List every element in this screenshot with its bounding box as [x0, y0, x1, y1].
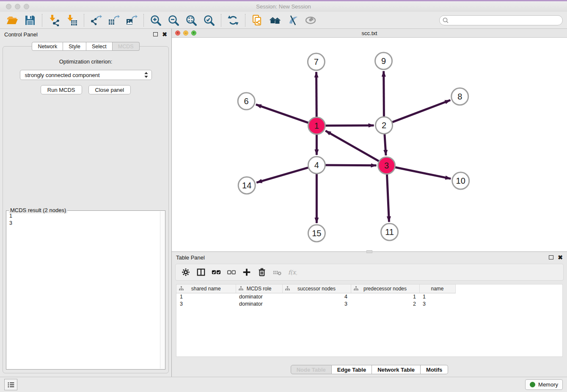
- zoom-in-button[interactable]: [148, 14, 164, 27]
- graph-edge-1-2[interactable]: [325, 125, 374, 126]
- graph-edge-3-10[interactable]: [395, 167, 451, 179]
- graph-node-9[interactable]: 9: [375, 52, 392, 69]
- graph-node-7[interactable]: 7: [308, 53, 325, 70]
- network-minimize-button[interactable]: −: [183, 30, 188, 36]
- graph-edge-3-11[interactable]: [387, 174, 389, 222]
- column-label: shared name: [191, 286, 221, 292]
- tab-mcds[interactable]: MCDS: [113, 42, 140, 51]
- graph-node-14[interactable]: 14: [238, 177, 255, 194]
- hierarchy-icon: [354, 286, 358, 291]
- graph-edge-4-3[interactable]: [325, 165, 376, 166]
- graph-edge-2-3[interactable]: [385, 134, 386, 155]
- table-cell[interactable]: 1: [351, 293, 419, 300]
- table-cell[interactable]: dominator: [236, 293, 282, 300]
- save-session-button[interactable]: [22, 14, 38, 27]
- refresh-layout-button[interactable]: [225, 14, 241, 27]
- column-header-shared-name[interactable]: shared name: [176, 284, 236, 293]
- zoom-fit-button[interactable]: [183, 14, 199, 27]
- copy-network-button[interactable]: [249, 14, 265, 27]
- graph-edge-3-1[interactable]: [325, 131, 379, 161]
- graph-node-10[interactable]: 10: [452, 172, 469, 189]
- import-table-button[interactable]: [64, 14, 80, 27]
- zoom-selected-button[interactable]: [201, 14, 217, 27]
- select-all-button[interactable]: [209, 266, 224, 279]
- graph-node-15[interactable]: 15: [308, 225, 325, 242]
- tab-network[interactable]: Network: [32, 42, 63, 51]
- close-panel-icon[interactable]: ✖: [162, 31, 167, 37]
- graph-edge-2-8[interactable]: [392, 100, 450, 122]
- graph-node-4[interactable]: 4: [308, 157, 325, 174]
- float-table-panel-icon[interactable]: [549, 255, 553, 259]
- table-cell[interactable]: 3: [176, 300, 236, 307]
- deselect-all-button[interactable]: [224, 266, 239, 279]
- svg-text:6: 6: [244, 97, 249, 106]
- graph-node-6[interactable]: 6: [238, 93, 255, 110]
- tab-edge-table[interactable]: Edge Table: [332, 365, 372, 374]
- graph-node-11[interactable]: 11: [381, 224, 398, 240]
- hierarchy-icon: [239, 286, 243, 291]
- table-cell[interactable]: 2: [351, 300, 419, 307]
- float-panel-icon[interactable]: [153, 32, 158, 36]
- table-settings-button[interactable]: [178, 266, 193, 279]
- import-network-button[interactable]: [46, 14, 62, 27]
- tab-motifs[interactable]: Motifs: [421, 365, 448, 374]
- zoom-out-button[interactable]: [165, 14, 182, 27]
- run-mcds-button[interactable]: Run MCDS: [41, 85, 82, 94]
- table-cell[interactable]: 3: [419, 300, 455, 307]
- split-panel-button[interactable]: [193, 266, 209, 279]
- graph-node-2[interactable]: 2: [376, 117, 393, 134]
- open-session-button[interactable]: [4, 14, 20, 27]
- maximize-window-button[interactable]: [24, 4, 29, 9]
- network-close-button[interactable]: ✕: [175, 30, 180, 36]
- table-cell[interactable]: 1: [419, 293, 455, 300]
- home-view-button[interactable]: [267, 14, 283, 27]
- table-row[interactable]: 1dominator411: [176, 293, 455, 300]
- search-input[interactable]: [439, 15, 563, 25]
- svg-text:3: 3: [384, 161, 389, 170]
- table-cell[interactable]: 4: [282, 293, 351, 300]
- table-cell[interactable]: 3: [282, 300, 351, 307]
- graph-edge-2-9[interactable]: [384, 71, 384, 117]
- network-maximize-button[interactable]: +: [191, 30, 196, 36]
- column-header-MCDS-role[interactable]: MCDS role: [236, 284, 282, 293]
- network-canvas[interactable]: 1234678910111415: [172, 38, 567, 251]
- close-table-panel-icon[interactable]: ✖: [558, 254, 563, 260]
- export-table-button[interactable]: [106, 14, 122, 27]
- eye-disabled-button[interactable]: [303, 14, 319, 27]
- network-view-window: ✕ − + scc.txt 12346789101114: [172, 29, 567, 252]
- tab-node-table[interactable]: Node Table: [291, 365, 332, 374]
- export-network-button[interactable]: [88, 14, 104, 27]
- delete-column-icon: [272, 268, 282, 277]
- graph-node-8[interactable]: 8: [451, 88, 468, 105]
- column-header-predecessor-nodes[interactable]: predecessor nodes: [351, 284, 419, 293]
- control-panel-title: Control Panel: [4, 31, 38, 38]
- application-window: Session: New Session Control Panel ✖ Net…: [0, 0, 567, 392]
- graph-node-3[interactable]: 3: [378, 157, 395, 174]
- minimize-window-button[interactable]: [15, 4, 20, 9]
- graph-edge-1-7[interactable]: [317, 72, 317, 117]
- table-row[interactable]: 3dominator323: [176, 300, 455, 307]
- optimization-criterion-select[interactable]: strongly connected component: [20, 70, 152, 80]
- table-cell[interactable]: dominator: [236, 300, 282, 307]
- hide-annotations-button[interactable]: [285, 14, 301, 27]
- tab-style[interactable]: Style: [63, 42, 86, 51]
- close-panel-button[interactable]: Close panel: [88, 85, 131, 94]
- task-history-button[interactable]: [4, 379, 17, 390]
- export-image-button[interactable]: [124, 14, 140, 27]
- graph-node-1[interactable]: 1: [308, 117, 325, 134]
- column-header-name[interactable]: name: [419, 284, 455, 293]
- svg-text:11: 11: [385, 227, 394, 237]
- memory-button[interactable]: Memory: [525, 379, 563, 390]
- add-row-button[interactable]: [239, 266, 254, 279]
- graph-edge-4-14[interactable]: [256, 168, 308, 183]
- table-cell[interactable]: 1: [176, 293, 236, 300]
- panel-resize-grip[interactable]: [366, 250, 372, 253]
- tab-select[interactable]: Select: [86, 42, 113, 51]
- close-window-button[interactable]: [6, 4, 11, 9]
- tab-network-table[interactable]: Network Table: [372, 365, 421, 374]
- column-header-successor-nodes[interactable]: successor nodes: [282, 284, 351, 293]
- delete-row-button[interactable]: [254, 266, 270, 279]
- graph-edge-1-6[interactable]: [256, 105, 309, 123]
- result-scrollbar[interactable]: [160, 211, 165, 369]
- toolbar-separator: [221, 14, 221, 27]
